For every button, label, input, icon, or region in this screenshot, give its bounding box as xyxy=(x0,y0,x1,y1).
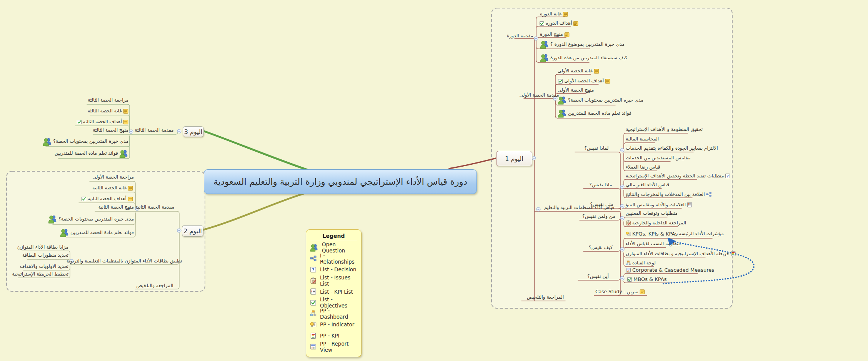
topic-review-summary-day1[interactable]: المراجعة والتلخيص xyxy=(526,294,565,300)
topic-achieve-system-goals[interactable]: تحقيق المنظومة و الأهداف الإستراتيجية xyxy=(626,127,689,132)
topic-session1-experience[interactable]: مدى خبرة المتدربين بمحتويات الحصة؟ xyxy=(558,95,616,105)
topic-course-intro[interactable]: مقدمة الدورة xyxy=(508,33,533,39)
topic-signs-predictive-measures[interactable]: العلامات والأدلة ومقاييس التنبؤ xyxy=(626,202,683,208)
topic-course-method[interactable]: منهج الدورة xyxy=(540,32,567,37)
topic-kpq-kpi-kpa[interactable]: KPQs, KPIs & KPAsمؤشرات الأداء الرئيسة xyxy=(626,230,713,237)
topic-label: فوائد تعلم مادة الحصة للمتدربين xyxy=(568,111,631,115)
topic-session3-aim[interactable]: غاية الحصة الثالثة xyxy=(90,108,128,114)
topic-strategy-map-planning[interactable]: تخطيط الخريطة الإستراتيجية xyxy=(18,271,68,277)
legend-panel[interactable]: LegendOpen QuestionI - Relationships?Lis… xyxy=(306,229,362,357)
collapse-control[interactable] xyxy=(177,229,181,232)
topic-what-measure[interactable]: ماذا نقيس؟ xyxy=(583,182,618,188)
topic-label: تحديد الاولويات والاهداف xyxy=(20,264,68,269)
topic-box-day1[interactable]: اليوم 1 xyxy=(496,151,532,166)
topic-label: Corporate & Cascaded Measures xyxy=(632,267,714,272)
topic-bsc-application[interactable]: تطبيق بطاقات الأداء المتوازن بالمنظمات ا… xyxy=(75,258,173,264)
topic-label: غاية الدورة xyxy=(540,12,561,16)
topic-session2-benefits[interactable]: فوائد تعلم مادة الحصة للمتدربين xyxy=(67,227,134,237)
topic-nonfinancial-performance[interactable]: قياس الأداء الغير مالي xyxy=(626,182,662,188)
collapse-control[interactable] xyxy=(177,129,181,133)
topic-session1-aim[interactable]: غاية الحصة الأولى xyxy=(558,68,591,74)
topic-session2-aim[interactable]: غاية الحصة الثانية xyxy=(92,185,133,191)
topic-case-study-exercise[interactable]: تمرين - Case Study xyxy=(595,289,646,295)
topic-who-for-whom-measure[interactable]: من ولمن نقيس؟ xyxy=(580,214,618,219)
objectives-icon xyxy=(627,277,632,282)
topic-session3-experience[interactable]: مدى خبرة المتدربين بمحتويات الحصة؟ xyxy=(44,136,128,147)
topic-session1-benefits[interactable]: فوائد تعلم مادة الحصة للمتدربين xyxy=(558,108,610,118)
topic-strategy-map-bsc[interactable]: خريطة الأهداف الإستراتيجية و بطاقات الأد… xyxy=(626,251,706,257)
collapse-control[interactable] xyxy=(532,156,536,160)
topic-session2-objectives[interactable]: أهداف الحصة الثانية xyxy=(79,196,133,202)
topic-dashboard[interactable]: لوحة القيادة xyxy=(626,260,655,266)
topic-box-day3[interactable]: اليوم 3 xyxy=(183,126,204,137)
central-topic[interactable]: دورة قياس الأداء الإستراتيجي لمندوبي وزا… xyxy=(204,169,477,194)
topic-ratio-system[interactable]: منظومة النسب لقياس الأداء xyxy=(626,241,666,247)
topic-label: تطبيق بطاقات الأداء المتوازن بالمنظمات ا… xyxy=(67,259,182,263)
topic-stakeholder-expectations[interactable]: متطلبات وتوقعات المعنيين xyxy=(626,211,667,216)
topic-inputs-outputs-relation[interactable]: العلاقة بين المدخلات والمخرجات والنتائج xyxy=(626,191,693,197)
topic-label: مقدمة الحصة الثانية xyxy=(135,205,174,209)
topic-course-objectives[interactable]: أهداف الدورة xyxy=(539,20,571,26)
legend-item-label: PP - Report View xyxy=(320,341,357,353)
open-question-icon xyxy=(60,228,69,237)
topic-session3-intro[interactable]: مقدمة الحصة الثالثة xyxy=(135,127,174,133)
topic-mbo-kpa[interactable]: MBOs & KPAs xyxy=(627,276,673,282)
topic-where-measure[interactable]: أين نقيس؟ xyxy=(578,274,618,279)
mindmap-canvas[interactable]: دورة قياس الأداء الإستراتيجي لمندوبي وزا… xyxy=(0,0,868,361)
collapse-control[interactable] xyxy=(129,130,133,134)
collapse-control[interactable] xyxy=(620,148,624,152)
topic-label: متطلبات تنفيذ الخطة وتحقيق الأهداف الإست… xyxy=(626,174,724,178)
topic-label: أهداف الدورة xyxy=(546,21,572,25)
topic-session3-benefits[interactable]: فوائد تعلم مادة الحصة للمتدربين xyxy=(57,148,128,159)
note-icon xyxy=(564,32,570,37)
topic-trainees-course-experience[interactable]: مدى خبرة المتدربين بموضوع الدورة ؟ xyxy=(540,39,591,49)
relationships-icon xyxy=(706,192,711,197)
note-icon xyxy=(123,119,128,125)
topic-bsc-advantages[interactable]: مزايا بطاقة الأداء المتوازن xyxy=(22,244,68,250)
topic-session1-method[interactable]: منهج الحصة الأولى xyxy=(558,87,587,93)
legend-title: Legend xyxy=(310,233,357,239)
topic-label: المراجعة والتلخيص xyxy=(136,283,173,288)
topic-course-aim[interactable]: غاية الدورة xyxy=(540,11,565,17)
topic-session1-intro[interactable]: مقدمة الحصة الأولى xyxy=(525,92,554,98)
collapse-control[interactable] xyxy=(534,37,538,40)
legend-item-label: I - Relationships xyxy=(320,252,357,265)
topic-box-day2[interactable]: اليوم 2 xyxy=(182,225,203,237)
topic-session2-method[interactable]: منهج الحصة الثانية xyxy=(96,204,134,210)
collapse-control[interactable] xyxy=(620,204,624,208)
topic-quality-standards[interactable]: الالتزام بمعايير الجودة والكفاءة بتقديم … xyxy=(626,145,695,151)
topic-review-summary-day2[interactable]: المراجعة والتلخيص xyxy=(136,283,174,289)
topic-trainees-benefit-course[interactable]: كيف سيستفاد المتدربين من هذه الدورة xyxy=(540,53,590,63)
collapse-control[interactable] xyxy=(620,185,624,189)
collapse-control[interactable] xyxy=(620,247,624,251)
topic-internal-external-review[interactable]: المراجعة الداخلية والخارجية xyxy=(626,220,678,226)
topic-bsc-perspectives[interactable]: تحديد منظورات البطاقة xyxy=(28,252,68,258)
topic-when-measure[interactable]: متى نقيس؟ xyxy=(585,202,618,207)
topic-beneficiary-measures[interactable]: مقاييس المستفيدين من الخدمات xyxy=(626,155,672,161)
branch-line-day3 xyxy=(203,131,310,170)
topic-session2-experience[interactable]: مدى خبرة المتدربين بمحتويات الحصة؟ xyxy=(53,214,134,224)
topic-plan-requirements[interactable]: متطلبات تنفيذ الخطة وتحقيق الأهداف الإست… xyxy=(626,173,699,179)
topic-why-measure[interactable]: لماذا نقيس؟ xyxy=(575,145,618,151)
legend-item-decision: ?List - Decision xyxy=(310,266,357,273)
topic-corporate-cascaded[interactable]: Corporate & Cascaded Measures xyxy=(626,267,699,273)
topic-customer-satisfaction[interactable]: قياس رضا العملاء xyxy=(626,164,658,170)
topic-priorities-goals[interactable]: تحديد الاولويات والاهداف xyxy=(24,264,68,269)
topic-label: منهج الحصة الثانية xyxy=(98,205,134,209)
topic-session3-method[interactable]: منهج الحصة الثالثة xyxy=(93,127,128,133)
collapse-control[interactable] xyxy=(620,216,624,220)
topic-how-measure[interactable]: كيف نقيس؟ xyxy=(583,245,618,251)
decision-icon: ? xyxy=(310,266,317,273)
topic-session2-intro[interactable]: مقدمة الحصة الثانية xyxy=(140,204,174,210)
open-question-icon xyxy=(540,40,549,49)
topic-label: المراجعة والتلخيص xyxy=(527,295,564,299)
indicator-icon xyxy=(310,321,317,328)
topic-session1-objectives[interactable]: أهداف الحصة الأولى xyxy=(558,78,599,84)
topic-label: كيف سيستفاد المتدربين من هذه الدورة xyxy=(550,55,627,60)
topic-session1-review[interactable]: مراجعة الحصة الأولى xyxy=(91,174,134,180)
collapse-control[interactable] xyxy=(620,276,624,280)
topic-session3-review[interactable]: مراجعة الحصة الثالثة xyxy=(86,97,128,103)
legend-item-label: List - Decision xyxy=(320,266,357,272)
topic-session3-objectives[interactable]: أهداف الحصة الثالثة xyxy=(75,119,128,125)
topic-financial-accountability[interactable]: المحاسبية المالية xyxy=(626,136,656,142)
